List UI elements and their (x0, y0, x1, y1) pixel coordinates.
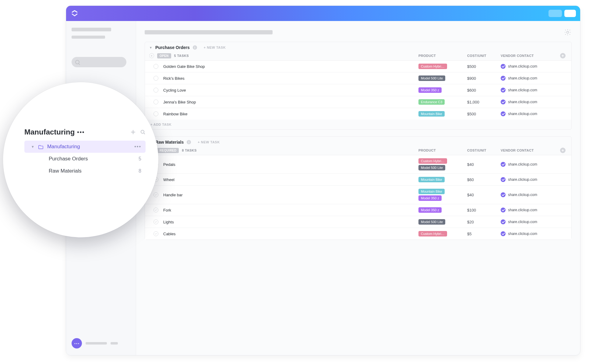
product-cell[interactable]: Custom Hybri… (418, 231, 467, 236)
product-cell[interactable]: Mountain Bike (418, 177, 467, 182)
vendor-link[interactable]: share.clickup.com (508, 162, 537, 166)
column-product[interactable]: PRODUCT (418, 54, 467, 58)
sidebar-list-raw-materials[interactable]: Raw Materials 8 (24, 165, 146, 177)
vendor-cell[interactable]: share.clickup.com (501, 88, 559, 93)
vendor-link[interactable]: share.clickup.com (508, 177, 537, 182)
search-icon[interactable] (140, 129, 146, 135)
vendor-cell[interactable]: share.clickup.com (501, 76, 559, 81)
cost-cell[interactable]: $20 (467, 220, 501, 224)
product-tag[interactable]: Custom Hybri… (418, 158, 447, 164)
add-task-button[interactable]: + ADD TASK (145, 120, 571, 129)
product-cell[interactable]: Model 500 Lite (418, 75, 467, 81)
vendor-cell[interactable]: share.clickup.com (501, 177, 559, 182)
add-column-icon[interactable]: + (560, 148, 566, 153)
table-row[interactable]: Golden Gate Bike ShopCustom Hybri…$500sh… (145, 61, 571, 72)
vendor-link[interactable]: share.clickup.com (508, 112, 537, 116)
vendor-cell[interactable]: share.clickup.com (501, 219, 559, 224)
chat-icon[interactable]: ⋯ (72, 338, 82, 348)
vendor-link[interactable]: share.clickup.com (508, 193, 537, 197)
column-cost[interactable]: COST/UNIT (467, 149, 501, 152)
status-check-icon[interactable] (153, 111, 158, 116)
task-name[interactable]: Rick's Bikes (163, 76, 418, 81)
product-tag[interactable]: Custom Hybri… (418, 231, 447, 236)
task-name[interactable]: Cables (163, 232, 418, 236)
vendor-cell[interactable]: share.clickup.com (501, 64, 559, 69)
vendor-cell[interactable]: share.clickup.com (501, 162, 559, 167)
task-name[interactable]: Pedals (163, 162, 418, 167)
vendor-cell[interactable]: share.clickup.com (501, 208, 559, 212)
product-cell[interactable]: Model 500 Lite (418, 219, 467, 225)
product-cell[interactable]: Custom Hybri…Model 500 Lite (418, 158, 467, 170)
table-row[interactable]: ForkModel 350 z$100share.clickup.com (145, 204, 571, 216)
status-check-icon[interactable] (153, 231, 158, 236)
status-check-icon[interactable] (153, 64, 158, 69)
product-tag[interactable]: Custom Hybri… (418, 64, 447, 69)
column-vendor[interactable]: VENDOR CONTACT (501, 149, 559, 152)
cost-cell[interactable]: $100 (467, 208, 501, 212)
add-icon[interactable] (130, 129, 136, 135)
vendor-link[interactable]: share.clickup.com (508, 208, 537, 212)
vendor-cell[interactable]: share.clickup.com (501, 100, 559, 104)
vendor-cell[interactable]: share.clickup.com (501, 111, 559, 116)
cost-cell[interactable]: $1,000 (467, 100, 501, 104)
product-cell[interactable]: Mountain Bike (418, 111, 467, 117)
settings-button[interactable] (564, 28, 572, 36)
add-status-icon[interactable]: + (149, 53, 154, 58)
sidebar-search[interactable] (72, 57, 126, 67)
table-row[interactable]: Rick's BikesModel 500 Lite$900share.clic… (145, 72, 571, 84)
product-tag[interactable]: Endurance C3 (418, 99, 445, 105)
cost-cell[interactable]: $600 (467, 88, 501, 93)
task-name[interactable]: Golden Gate Bike Shop (163, 64, 418, 69)
add-column-icon[interactable]: + (560, 53, 566, 58)
status-check-icon[interactable] (153, 192, 158, 197)
vendor-link[interactable]: share.clickup.com (508, 88, 537, 92)
task-name[interactable]: Wheel (163, 177, 418, 182)
status-check-icon[interactable] (153, 219, 158, 224)
task-name[interactable]: Cycling Love (163, 88, 418, 93)
product-cell[interactable]: Model 350 z (418, 87, 467, 93)
task-name[interactable]: Rainbow Bike (163, 112, 418, 116)
vendor-link[interactable]: share.clickup.com (508, 220, 537, 224)
product-cell[interactable]: Endurance C3 (418, 99, 467, 105)
product-cell[interactable]: Mountain BikeModel 350 z (418, 189, 467, 201)
info-icon[interactable]: i (193, 45, 197, 50)
table-row[interactable]: LightsModel 500 Lite$20share.clickup.com (145, 216, 571, 228)
column-vendor[interactable]: VENDOR CONTACT (501, 54, 559, 58)
titlebar-chip[interactable] (564, 10, 576, 17)
collapse-caret-icon[interactable]: ▼ (149, 46, 152, 49)
cost-cell[interactable]: $5 (467, 232, 501, 236)
info-icon[interactable]: i (187, 140, 191, 144)
cost-cell[interactable]: $900 (467, 76, 501, 81)
status-check-icon[interactable] (153, 100, 158, 104)
product-tag[interactable]: Model 500 Lite (418, 165, 445, 170)
column-product[interactable]: PRODUCT (418, 149, 467, 152)
task-name[interactable]: Handle bar (163, 193, 418, 197)
status-pill[interactable]: OPEN (157, 53, 171, 58)
column-cost[interactable]: COST/UNIT (467, 54, 501, 58)
vendor-link[interactable]: share.clickup.com (508, 232, 537, 236)
task-name[interactable]: Lights (163, 220, 418, 224)
product-cell[interactable]: Custom Hybri… (418, 64, 467, 69)
product-tag[interactable]: Mountain Bike (418, 111, 445, 117)
cost-cell[interactable]: $40 (467, 193, 501, 197)
product-tag[interactable]: Mountain Bike (418, 189, 445, 194)
product-tag[interactable]: Mountain Bike (418, 177, 445, 182)
space-title[interactable]: Manufacturing (24, 128, 75, 136)
sidebar-list-purchase-orders[interactable]: Purchase Orders 5 (24, 153, 146, 165)
cost-cell[interactable]: $40 (467, 162, 501, 167)
titlebar-chip[interactable] (548, 10, 562, 17)
task-name[interactable]: Fork (163, 208, 418, 212)
vendor-link[interactable]: share.clickup.com (508, 64, 537, 68)
table-row[interactable]: CablesCustom Hybri…$5share.clickup.com (145, 228, 571, 240)
vendor-cell[interactable]: share.clickup.com (501, 231, 559, 236)
cost-cell[interactable]: $60 (467, 177, 501, 182)
product-cell[interactable]: Model 350 z (418, 207, 467, 213)
status-pill[interactable]: REQUIRED (157, 148, 179, 153)
new-task-button[interactable]: + NEW TASK (198, 140, 220, 144)
product-tag[interactable]: Model 350 z (418, 195, 442, 201)
vendor-link[interactable]: share.clickup.com (508, 76, 537, 80)
table-row[interactable]: WheelMountain Bike$60share.clickup.com (145, 174, 571, 186)
sidebar-folder-manufacturing[interactable]: ▼ Manufacturing ••• (24, 141, 146, 153)
product-tag[interactable]: Model 350 z (418, 87, 442, 93)
table-row[interactable]: Cycling LoveModel 350 z$600share.clickup… (145, 84, 571, 96)
